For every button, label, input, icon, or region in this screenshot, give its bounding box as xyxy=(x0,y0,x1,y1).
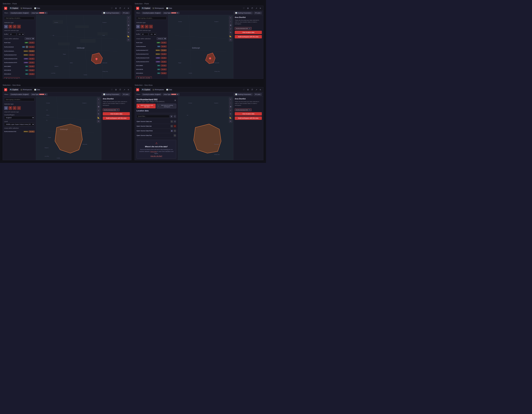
tooltip-link[interactable]: Find a lens xyxy=(150,151,157,152)
map-zoom-out[interactable]: − xyxy=(127,20,130,23)
map-layers[interactable]: ⊞ xyxy=(127,23,130,27)
export-icon-br[interactable]: ↗ xyxy=(255,88,258,91)
gear-selection-icon-tr[interactable]: ⚙ xyxy=(136,25,140,28)
point-selection-icon[interactable]: 📍 xyxy=(9,25,12,28)
shortlist-btn-northumberland-002-bl[interactable]: Shortlist xyxy=(29,131,35,132)
buffer-value-input-tr[interactable] xyxy=(141,33,148,36)
point-selection-icon-tr[interactable]: 📍 xyxy=(141,25,144,28)
shortlist-btn-northeast-tr[interactable]: Shortlist xyxy=(161,42,167,44)
quick-filter-input[interactable] xyxy=(136,115,169,118)
shortlist-btn-e00140010-tr[interactable]: Shortlist xyxy=(161,72,167,74)
show-filter-select-tr[interactable]: Show only xyxy=(157,37,167,40)
shortlist-btn-northumberland-0070[interactable]: Shortlist xyxy=(29,62,35,64)
favorite-icon-br[interactable]: ♡ xyxy=(242,88,245,91)
area-close-btn[interactable]: ✕ xyxy=(174,99,176,102)
shortlist-btn-northumberland-007-tr[interactable]: Shortlist xyxy=(161,49,167,51)
map-edit-br[interactable]: ✏ xyxy=(229,120,232,123)
gear-selection-icon-bl[interactable]: ⚙ xyxy=(4,106,8,110)
data-item-1-icon1[interactable]: ⬛ xyxy=(171,120,173,123)
map-edit-bl[interactable]: ✏ xyxy=(97,120,100,123)
shortlist-btn-0072-tr[interactable]: Shortlist xyxy=(161,61,167,63)
shortlist-btn-northumberland-tr[interactable]: Shortlist xyxy=(161,46,167,47)
favorite-icon[interactable]: ♡ xyxy=(110,7,113,10)
map-area-bottom-left[interactable]: Edinburgh Dundee Kinghorn Newcastle Wigt… xyxy=(36,97,101,160)
view-location-data-btn-br[interactable]: View location data xyxy=(235,112,262,115)
nav-workspaces-bl[interactable]: ⬛ Workspaces xyxy=(19,88,33,91)
show-filter-select[interactable]: Show only xyxy=(25,37,35,40)
lens-btn-br[interactable]: 👁 Lens xyxy=(254,93,262,96)
close-icon-tr[interactable]: ✕ xyxy=(259,7,262,10)
gear-selection-icon[interactable]: ⚙ xyxy=(4,25,8,28)
nav-workspaces-tr[interactable]: ⬛ Workspaces xyxy=(152,7,165,9)
map-zoom-in-tr[interactable]: + xyxy=(229,16,232,19)
add-all-shortlist-btn[interactable]: ➕ Add all to shortlist xyxy=(4,77,20,79)
map-zoom-in-br[interactable]: + xyxy=(229,98,232,101)
lens-btn[interactable]: 👁 Lens xyxy=(122,12,130,14)
lens-btn-bl[interactable]: 👁 Lens xyxy=(122,93,130,96)
nav-data-tr[interactable]: 📊 Data xyxy=(165,7,173,9)
map-zoom-out-tr[interactable]: − xyxy=(229,20,232,23)
history-icon[interactable]: ⏱ xyxy=(119,7,122,10)
lens-btn-tr[interactable]: 👁 Lens xyxy=(254,12,262,14)
build-workspace-btn-tr[interactable]: Build workspace with this area xyxy=(235,35,262,38)
add-existing-workspace-btn[interactable]: + Add area to existing workspace xyxy=(157,104,176,108)
shortlist-tag-close-br[interactable]: ✕ xyxy=(249,109,250,111)
nav-data[interactable]: 📊 Data xyxy=(33,7,41,9)
close-icon-br[interactable]: ✕ xyxy=(259,88,262,91)
build-workspace-action-btn[interactable]: ⊞ Build workspace with this area xyxy=(136,104,156,108)
add-all-shortlist-btn-tr[interactable]: ➕ Add all to shortlist xyxy=(136,76,152,79)
shortlist-btn-northeast[interactable]: Shortlist xyxy=(29,42,35,44)
settings-icon-bl[interactable]: ⚙ xyxy=(114,88,118,91)
map-rotate[interactable]: ↻ xyxy=(127,31,130,34)
export-icon-tr[interactable]: ↗ xyxy=(255,7,258,10)
location-search-input[interactable] xyxy=(4,17,35,20)
point-selection-icon-bl[interactable]: 📍 xyxy=(9,106,12,110)
nav-data-br[interactable]: 📊 Data xyxy=(165,88,173,91)
location-search-input-tr[interactable] xyxy=(136,17,167,20)
area-type-filter-chip-tr[interactable]: Area Type selected ▼ xyxy=(162,12,180,14)
map-edit-tr[interactable]: ✏ xyxy=(229,38,232,41)
map-area-top-right[interactable]: Edinburgh Dundee Kinghorn Newcastle Whit… xyxy=(168,15,233,79)
ranking-parameters-btn[interactable]: 📊 Ranking Parameters xyxy=(102,12,121,14)
nav-explore-br[interactable]: 🔍 Explore xyxy=(141,88,151,91)
build-workspace-btn-bl[interactable]: Build workspace with this area xyxy=(103,116,130,120)
map-zoom-in-bl[interactable]: + xyxy=(97,98,100,101)
map-measure-bl[interactable]: 📐 xyxy=(97,116,100,119)
favorite-icon-bl[interactable]: ♡ xyxy=(110,88,113,91)
map-zoom-out-bl[interactable]: − xyxy=(97,101,100,104)
shortlist-btn-e00140010[interactable]: Shortlist xyxy=(29,73,35,75)
map-measure-br[interactable]: 📐 xyxy=(229,116,232,119)
shortlist-tag-close-bl[interactable]: ✕ xyxy=(117,109,118,111)
geo-selection-icon-bl[interactable]: ⬡ xyxy=(17,106,21,110)
geo-selection-icon[interactable]: ⬡ xyxy=(17,25,21,28)
map-fullscreen-br[interactable]: ⤢ xyxy=(229,109,232,112)
buffer-unit-select-tr[interactable]: Km xyxy=(149,33,156,36)
map-edit[interactable]: ✏ xyxy=(127,38,130,41)
build-workspace-btn-br[interactable]: Build workspace with this area xyxy=(235,116,262,120)
shortlist-tag-close-tr[interactable]: ✕ xyxy=(249,28,250,29)
view-location-data-btn-bl[interactable]: View location data xyxy=(103,112,130,115)
shortlist-btn-northumberland[interactable]: Shortlist xyxy=(29,46,35,48)
nav-workspaces[interactable]: ⬛ Workspaces xyxy=(19,7,33,9)
buffer-unit-select[interactable]: Km xyxy=(17,33,24,36)
map-layers-bl[interactable]: ⊞ xyxy=(97,105,100,108)
country-filter-chip-br[interactable]: Country/Location: England xyxy=(142,93,162,95)
map-zoom-in[interactable]: + xyxy=(127,16,130,19)
map-rotate-br[interactable]: ↻ xyxy=(229,112,232,115)
map-layers-tr[interactable]: ⊞ xyxy=(229,23,232,27)
geo-selection-icon-tr[interactable]: ⬡ xyxy=(149,25,153,28)
history-icon-br[interactable]: ⏱ xyxy=(251,88,254,91)
nav-explore-bl[interactable]: 🔍 Explore xyxy=(9,88,19,91)
shortlist-btn-e00136236-tr[interactable]: Shortlist xyxy=(161,68,167,70)
shortlist-btn-northumberland-msoa[interactable]: Shortlist xyxy=(29,50,35,52)
country-region-select[interactable]: England xyxy=(4,116,35,119)
history-icon-tr[interactable]: ⏱ xyxy=(251,7,254,10)
list-view-btn[interactable]: ≡ xyxy=(174,115,176,118)
nav-workspaces-br[interactable]: ⬛ Workspaces xyxy=(152,88,165,91)
map-fullscreen[interactable]: ⤢ xyxy=(127,27,130,30)
map-rotate-bl[interactable]: ↻ xyxy=(97,112,100,115)
shortlist-btn-northumberland-d19[interactable]: Shortlist xyxy=(29,54,35,56)
map-fullscreen-bl[interactable]: ⤢ xyxy=(97,109,100,112)
map-area-bottom-right[interactable]: Dundee Kinghorn Newcastle Whitley Bay Ay… xyxy=(178,97,233,160)
shortlist-btn-northumberland-d19c[interactable]: Shortlist xyxy=(29,58,35,60)
